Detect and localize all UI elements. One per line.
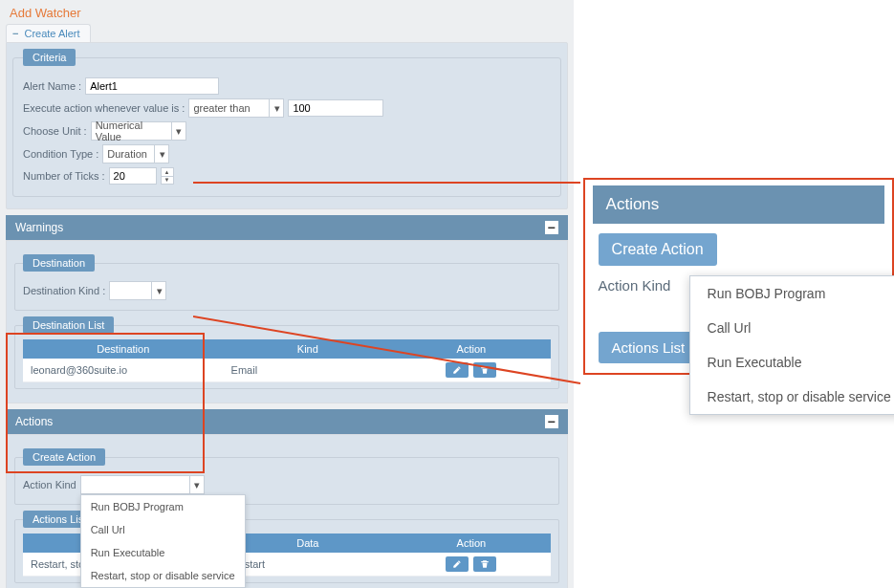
zoom-action-kind-label: Action Kind: [599, 277, 671, 294]
tab-create-alert[interactable]: − Create Alert: [6, 24, 91, 42]
callout-zoom-panel: Actions Create Action Action Kind Run BO…: [583, 178, 894, 375]
zoom-action-kind-menu: Run BOBJ Program Call Url Run Executable…: [689, 275, 894, 415]
table-row: leonard@360suite.io Email: [23, 359, 551, 382]
cell-action-data: Restart: [224, 553, 393, 577]
dropdown-item[interactable]: Restart, stop or disable service: [81, 564, 245, 587]
dropdown-item[interactable]: Run Executable: [690, 345, 894, 380]
collapse-actions-button[interactable]: −: [545, 415, 558, 428]
dropdown-item[interactable]: Restart, stop or disable service: [690, 380, 894, 414]
destination-fieldset: Destination Destination Kind : ▾: [14, 254, 559, 311]
destination-list-fieldset: Destination List Destination Kind Action…: [14, 316, 559, 389]
col-data: Data: [224, 534, 393, 553]
spinner-down-icon[interactable]: ▼: [162, 177, 173, 185]
zoom-create-action-badge: Create Action: [599, 233, 717, 266]
ticks-input[interactable]: [109, 167, 157, 185]
cond-type-select[interactable]: Duration ▾: [102, 144, 169, 163]
dropdown-item[interactable]: Run BOBJ Program: [81, 495, 245, 518]
dest-kind-select[interactable]: ▾: [109, 281, 166, 300]
collapse-warnings-button[interactable]: −: [545, 221, 558, 234]
dest-kind-label: Destination Kind :: [23, 285, 105, 296]
action-kind-menu: Run BOBJ Program Call Url Run Executable…: [80, 494, 246, 588]
actions-title: Actions: [15, 415, 53, 428]
edit-button[interactable]: [446, 362, 469, 378]
alert-name-label: Alert Name :: [23, 80, 81, 92]
action-kind-label: Action Kind: [23, 479, 76, 490]
ticks-label: Number of Ticks :: [23, 170, 105, 182]
cell-destination: leonard@360suite.io: [23, 359, 224, 382]
create-action-fieldset: Create Action Action Kind ▾ Run BOBJ Pro…: [14, 448, 559, 505]
chevron-down-icon: ▾: [154, 144, 169, 163]
action-kind-select[interactable]: ▾ Run BOBJ Program Call Url Run Executab…: [80, 475, 205, 494]
dropdown-item[interactable]: Run BOBJ Program: [690, 276, 894, 311]
zoom-actions-list-badge: Actions List: [599, 332, 699, 363]
criteria-fieldset: Criteria Alert Name : Execute action whe…: [12, 49, 561, 197]
spinner-up-icon[interactable]: ▲: [162, 168, 173, 177]
chevron-down-icon: ▾: [151, 281, 166, 300]
criteria-legend: Criteria: [23, 49, 76, 66]
minus-icon: −: [12, 28, 18, 39]
exec-action-label: Execute action whenever value is :: [23, 102, 185, 114]
col-kind: Kind: [224, 339, 393, 359]
edit-button[interactable]: [446, 556, 469, 572]
dropdown-item[interactable]: Run Executable: [81, 541, 245, 564]
create-action-legend: Create Action: [23, 448, 105, 466]
tab-label: Create Alert: [24, 28, 79, 39]
dropdown-item[interactable]: Call Url: [81, 518, 245, 541]
delete-button[interactable]: [473, 556, 496, 572]
alert-name-input[interactable]: [85, 77, 219, 95]
warnings-header: Warnings −: [6, 215, 568, 240]
warnings-title: Warnings: [15, 221, 63, 234]
choose-unit-select[interactable]: Numerical Value ▾: [91, 121, 186, 141]
trash-icon: [480, 365, 490, 375]
chevron-down-icon: ▾: [269, 98, 284, 118]
zoom-actions-header: Actions: [593, 185, 884, 224]
exec-value-input[interactable]: [288, 99, 383, 117]
trash-icon: [480, 559, 490, 569]
choose-unit-label: Choose Unit :: [23, 125, 87, 137]
dest-list-legend: Destination List: [23, 316, 114, 334]
cond-type-label: Condition Type :: [23, 148, 98, 160]
choose-unit-value: Numerical Value: [96, 120, 168, 142]
col-destination: Destination: [23, 339, 224, 359]
cond-type-value: Duration: [107, 148, 147, 160]
col-action: Action: [392, 339, 550, 359]
cell-kind: Email: [224, 359, 393, 382]
exec-operator-select[interactable]: greater than ▾: [188, 98, 284, 118]
actions-header: Actions −: [6, 409, 568, 434]
exec-operator-value: greater than: [193, 102, 250, 114]
dropdown-item[interactable]: Call Url: [690, 311, 894, 345]
pencil-icon: [452, 559, 462, 569]
page-title: Add Watcher: [0, 0, 574, 24]
chevron-down-icon: ▾: [189, 475, 205, 494]
destination-legend: Destination: [23, 254, 95, 272]
pencil-icon: [452, 365, 462, 375]
chevron-down-icon: ▾: [171, 121, 186, 141]
col-action: Action: [392, 534, 550, 553]
delete-button[interactable]: [473, 362, 496, 378]
destination-table: Destination Kind Action leonard@360suite…: [23, 339, 551, 382]
